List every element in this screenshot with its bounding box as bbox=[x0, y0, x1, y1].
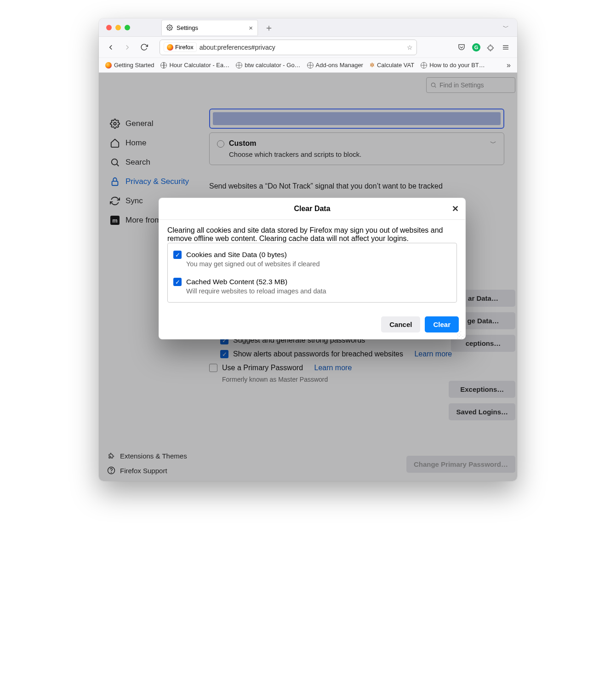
globe-icon bbox=[307, 62, 314, 69]
bookmark-item[interactable]: btw calculator - Go… bbox=[236, 62, 300, 69]
dialog-description: Clearing all cookies and site data store… bbox=[167, 226, 457, 243]
globe-icon bbox=[160, 62, 167, 69]
tab-overflow-icon[interactable]: ﹀ bbox=[503, 23, 512, 32]
content-area: General Home Search Privacy & Security bbox=[99, 73, 517, 481]
bookmark-label: Add-ons Manager bbox=[316, 62, 363, 69]
dialog-title: Clear Data bbox=[294, 205, 330, 212]
forward-button[interactable] bbox=[121, 41, 134, 54]
minimize-window-icon[interactable] bbox=[115, 25, 121, 30]
reload-button[interactable] bbox=[137, 41, 150, 54]
bookmark-label: Hour Calculator - Ea… bbox=[169, 62, 229, 69]
dialog-header: Clear Data ✕ bbox=[159, 198, 465, 220]
bookmark-label: Calculate VAT bbox=[377, 62, 414, 69]
identity-badge[interactable]: Firefox bbox=[164, 42, 197, 52]
toolbar: Firefox about:preferences#privacy ☆ G bbox=[99, 37, 517, 58]
grammarly-icon[interactable]: G bbox=[472, 43, 480, 52]
bookmarks-overflow-icon[interactable]: » bbox=[507, 61, 511, 69]
identity-label: Firefox bbox=[175, 44, 194, 51]
zoom-window-icon[interactable] bbox=[125, 25, 130, 30]
bookmark-item[interactable]: Add-ons Manager bbox=[307, 62, 363, 69]
firefox-icon bbox=[105, 62, 112, 69]
bookmark-label: btw calculator - Go… bbox=[245, 62, 300, 69]
dialog-options: ✓ Cookies and Site Data (0 bytes) You ma… bbox=[167, 243, 457, 303]
bookmark-item[interactable]: Hour Calculator - Ea… bbox=[160, 62, 229, 69]
firefox-icon bbox=[167, 44, 173, 51]
cancel-button[interactable]: Cancel bbox=[381, 316, 420, 332]
checkbox-checked-icon[interactable]: ✓ bbox=[173, 278, 182, 286]
tab-strip: Settings × ＋ ﹀ bbox=[99, 18, 517, 37]
bookmark-label: How to do your BT… bbox=[429, 62, 485, 69]
new-tab-button[interactable]: ＋ bbox=[262, 23, 276, 32]
option-cookies[interactable]: ✓ Cookies and Site Data (0 bytes) You ma… bbox=[172, 248, 452, 270]
app-menu-icon[interactable] bbox=[502, 43, 510, 52]
browser-window: Settings × ＋ ﹀ Firefox about:preferences… bbox=[99, 18, 517, 481]
bookmarks-bar: Getting Started Hour Calculator - Ea… bt… bbox=[99, 58, 517, 73]
back-button[interactable] bbox=[104, 41, 117, 54]
option-title: Cookies and Site Data (0 bytes) bbox=[186, 251, 319, 259]
window-controls bbox=[106, 25, 130, 30]
pocket-icon[interactable] bbox=[457, 43, 466, 52]
close-window-icon[interactable] bbox=[106, 25, 112, 30]
url-text: about:preferences#privacy bbox=[200, 44, 275, 51]
tab-title: Settings bbox=[177, 24, 198, 31]
dialog-close-icon[interactable]: ✕ bbox=[452, 204, 459, 214]
clear-button[interactable]: Clear bbox=[425, 316, 459, 332]
clear-data-dialog: Clear Data ✕ Clearing all cookies and si… bbox=[159, 198, 466, 339]
extensions-icon[interactable] bbox=[487, 43, 495, 52]
option-subtitle: You may get signed out of websites if cl… bbox=[186, 260, 319, 268]
svg-point-0 bbox=[169, 27, 171, 29]
option-title: Cached Web Content (52.3 MB) bbox=[186, 278, 326, 286]
tab-settings[interactable]: Settings × bbox=[161, 20, 258, 35]
globe-icon bbox=[421, 62, 427, 69]
bookmark-item[interactable]: ✲Calculate VAT bbox=[370, 62, 414, 69]
bookmark-item[interactable]: Getting Started bbox=[105, 62, 154, 69]
bookmark-item[interactable]: How to do your BT… bbox=[421, 62, 485, 69]
checkbox-checked-icon[interactable]: ✓ bbox=[173, 251, 182, 259]
vat-icon: ✲ bbox=[370, 62, 375, 69]
gear-icon bbox=[166, 24, 173, 31]
bookmark-label: Getting Started bbox=[114, 62, 154, 69]
option-cache[interactable]: ✓ Cached Web Content (52.3 MB) Will requ… bbox=[172, 275, 452, 298]
option-subtitle: Will require websites to reload images a… bbox=[186, 287, 326, 295]
tab-close-icon[interactable]: × bbox=[249, 24, 253, 31]
bookmark-star-icon[interactable]: ☆ bbox=[407, 44, 413, 51]
resize-grip-icon[interactable]: ⋰⋰⋰ bbox=[457, 332, 464, 338]
url-field[interactable]: Firefox about:preferences#privacy ☆ bbox=[160, 40, 417, 55]
globe-icon bbox=[236, 62, 242, 69]
